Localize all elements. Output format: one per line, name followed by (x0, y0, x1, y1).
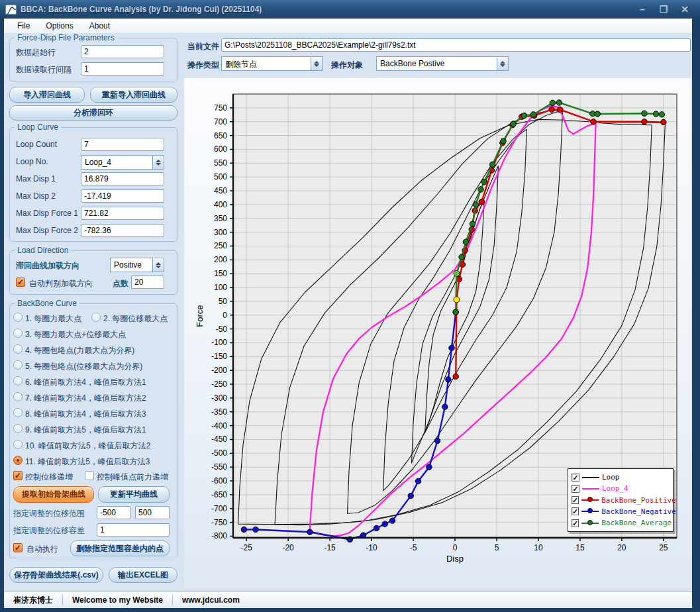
menu-item-options[interactable]: Options (39, 20, 79, 32)
data-start-row-input[interactable] (81, 45, 164, 58)
current-file-input[interactable] (221, 38, 691, 52)
reimport-curve-button[interactable]: 重新导入滞回曲线 (90, 87, 177, 103)
marker-BackBone_Positive (591, 119, 596, 125)
backbone-option-radio-8[interactable] (13, 408, 23, 417)
export-excel-button[interactable]: 输出EXCEL图 (109, 567, 177, 583)
marker-BackBone_Average (550, 100, 555, 105)
loop-row-label: Max Disp 1 (16, 174, 56, 183)
marker-BackBone_Negative (374, 525, 379, 531)
tick-label-y: -750 (211, 518, 227, 527)
backbone-option-radio-9[interactable] (13, 424, 23, 433)
tick-label-y: -400 (211, 421, 227, 431)
tick-label-y: 150 (214, 269, 227, 278)
marker-BackBone_Average (642, 111, 647, 116)
tick-label-y: -800 (211, 531, 227, 540)
save-csv-button[interactable]: 保存骨架曲线结果(.csv) (9, 567, 103, 583)
loop-row-label: Max Disp 2 (16, 191, 56, 201)
marker-BackBone_Positive (549, 107, 554, 112)
marker-BackBone_Average (459, 254, 464, 260)
legend-checkbox[interactable]: ✓ (572, 485, 579, 493)
spinner-icon[interactable] (153, 155, 164, 170)
highlight-point (454, 297, 460, 303)
backbone-check-1[interactable]: ✓ (13, 471, 23, 480)
points-label: 点数 (113, 278, 128, 289)
legend-checkbox[interactable]: ✓ (572, 519, 579, 527)
tick-label-y: 700 (214, 117, 227, 127)
range-max-input[interactable] (135, 506, 170, 519)
analyze-loops-button[interactable]: 分析滞回环 (9, 105, 177, 121)
tick-label-y: -150 (211, 352, 227, 361)
auto-run-checkbox[interactable]: ✓ (13, 543, 23, 552)
tick-label-x: -15 (324, 543, 336, 552)
marker-BackBone_Negative (307, 529, 313, 535)
marker-BackBone_Average (481, 179, 487, 184)
load-dir-combo[interactable]: Positive (110, 258, 164, 272)
backbone-option-radio-11[interactable] (13, 456, 23, 465)
legend-checkbox[interactable]: ✓ (572, 474, 579, 482)
load-dir-label: 滞回曲线加载方向 (16, 260, 79, 272)
legend-row: ✓Loop (572, 472, 670, 483)
status-item[interactable]: www.jdcui.com (173, 595, 249, 605)
tolerance-input[interactable] (97, 523, 170, 536)
loop-row-label: Loop No. (16, 157, 48, 166)
legend-checkbox[interactable]: ✓ (572, 507, 579, 515)
tick-label-y: -550 (211, 462, 227, 472)
range-min-input[interactable] (97, 506, 131, 519)
backbone-option-label: 3. 每圈力最大点+位移最大点 (25, 329, 126, 340)
marker-BackBone_Average (470, 221, 475, 227)
op-target-combo[interactable]: BackBone Postive (376, 56, 509, 71)
import-curve-button[interactable]: 导入滞回曲线 (9, 87, 85, 103)
app-icon (5, 5, 17, 15)
close-button[interactable]: ✕ (679, 4, 691, 15)
tolerance-label: 指定调整的位移容差 (13, 525, 85, 536)
legend-label: Loop_4 (602, 484, 628, 493)
spinner-icon[interactable] (497, 56, 509, 71)
loop-row-input[interactable] (81, 224, 164, 237)
update-average-button[interactable]: 更新平均曲线 (98, 486, 170, 503)
backbone-option-radio-3[interactable] (13, 329, 23, 338)
spinner-icon[interactable] (311, 56, 323, 71)
data-interval-input[interactable] (81, 62, 164, 76)
status-item[interactable]: Welcome to my Website (63, 595, 172, 605)
backbone-option-radio-6[interactable] (13, 376, 23, 385)
window-title: BBCA: BackBone Curve Analysis (by Dr. Ji… (21, 5, 262, 14)
backbone-option-radio-2[interactable] (91, 313, 101, 322)
tick-label-x: 5 (495, 543, 499, 552)
legend-label: Loop (602, 473, 620, 482)
legend-line (582, 488, 599, 489)
menu-item-about[interactable]: About (83, 20, 117, 32)
backbone-option-label: 5. 每圈包络点(位移最大点为分界) (25, 361, 142, 372)
op-type-label: 操作类型 (187, 60, 219, 71)
menu-item-file[interactable]: File (11, 20, 36, 32)
status-bar: 崔济东博士Welcome to my Websitewww.jdcui.com (4, 591, 692, 608)
loop-row-input[interactable] (81, 138, 164, 151)
chart-legend: ✓Loop✓Loop_4✓BackBone_Positive✓BackBone_… (568, 468, 674, 532)
marker-BackBone_Positive (557, 107, 562, 112)
data-interval-label: 数据读取行间隔 (16, 64, 72, 76)
marker-BackBone_Negative (442, 404, 448, 409)
backbone-option-radio-5[interactable] (13, 360, 23, 370)
backbone-option-radio-4[interactable] (13, 344, 23, 354)
marker-BackBone_Negative (408, 493, 413, 498)
range-label: 指定调整的位移范围 (13, 508, 85, 519)
op-type-combo[interactable]: 删除节点 (221, 56, 323, 71)
points-input[interactable] (131, 276, 164, 289)
loop-row-input[interactable] (81, 207, 164, 220)
extract-backbone-button[interactable]: 提取初始骨架曲线 (13, 486, 94, 503)
loop-row-input[interactable] (81, 172, 164, 185)
tick-label-x: 0 (453, 543, 458, 552)
loop-row-input[interactable] (81, 189, 164, 203)
spinner-icon[interactable] (153, 258, 164, 272)
tick-label-y: -200 (211, 366, 227, 375)
backbone-option-radio-1[interactable] (13, 313, 23, 322)
minimize-button[interactable]: – (636, 4, 648, 15)
maximize-button[interactable]: ❐ (658, 4, 670, 15)
loop-no-combo[interactable]: Loop_4 (81, 155, 164, 170)
delete-points-button[interactable]: 删除指定范围容差内的点 (70, 540, 170, 556)
backbone-check-2[interactable] (85, 471, 94, 480)
backbone-option-radio-7[interactable] (13, 392, 23, 401)
backbone-option-radio-10[interactable] (13, 440, 23, 449)
backbone-option-label: 1. 每圈力最大点 (25, 313, 81, 325)
legend-checkbox[interactable]: ✓ (572, 496, 579, 504)
auto-direction-checkbox[interactable]: ✓ (16, 278, 25, 287)
